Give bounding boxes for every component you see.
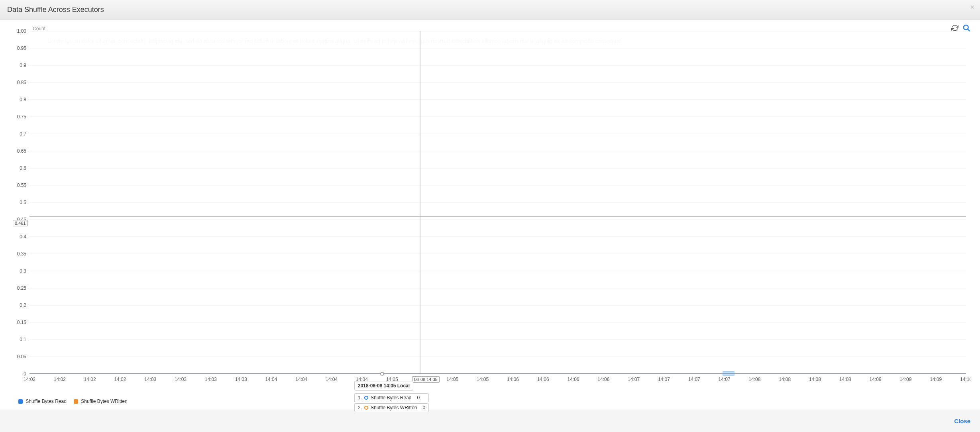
svg-text:0.1: 0.1 (20, 337, 26, 342)
close-icon[interactable]: × (970, 3, 974, 12)
svg-text:14:03: 14:03 (144, 377, 156, 382)
svg-text:0.6: 0.6 (20, 165, 26, 171)
svg-text:14:08: 14:08 (839, 377, 851, 382)
svg-text:14:05: 14:05 (446, 377, 458, 382)
modal-header: Data Shuffle Across Executors × (0, 0, 980, 20)
legend-swatch-read (18, 399, 23, 404)
svg-text:14:09: 14:09 (870, 377, 882, 382)
tooltip-row: 1.Shuffle Bytes Read0 (354, 393, 429, 402)
crosshair-y-value: 0.461 (13, 220, 28, 226)
svg-text:0.2: 0.2 (20, 302, 26, 308)
legend-item-read[interactable]: Shuffle Bytes Read (18, 399, 67, 404)
svg-text:0.25: 0.25 (17, 285, 27, 291)
modal-footer: Close (0, 410, 980, 432)
modal-title: Data Shuffle Across Executors (7, 6, 104, 14)
svg-text:14:04: 14:04 (326, 377, 338, 382)
svg-text:14:02: 14:02 (114, 377, 126, 382)
svg-text:14:03: 14:03 (205, 377, 217, 382)
tooltip-title: 2018-06-08 14:05 Local (354, 381, 413, 391)
chart-tooltip: 2018-06-08 14:05 Local 1.Shuffle Bytes R… (354, 381, 429, 412)
svg-text:0.65: 0.65 (17, 148, 27, 154)
svg-text:0.85: 0.85 (17, 80, 27, 85)
svg-text:1.00: 1.00 (17, 28, 27, 34)
svg-text:14:10: 14:10 (960, 377, 970, 382)
legend-label-written: Shuffle Bytes WRitten (81, 399, 128, 404)
svg-text:0.9: 0.9 (20, 63, 26, 68)
svg-text:0.05: 0.05 (17, 354, 27, 359)
svg-text:14:09: 14:09 (899, 377, 911, 382)
svg-text:14:08: 14:08 (779, 377, 791, 382)
svg-text:0.7: 0.7 (20, 131, 26, 137)
legend-swatch-written (74, 399, 78, 404)
svg-text:14:04: 14:04 (265, 377, 277, 382)
svg-text:0.5: 0.5 (20, 200, 26, 205)
svg-text:0.95: 0.95 (17, 45, 27, 51)
chart-legend: Shuffle Bytes Read Shuffle Bytes WRitten (10, 399, 970, 404)
chart-svg: 00.050.10.150.20.250.30.350.40.450.50.55… (10, 23, 970, 398)
svg-text:14:07: 14:07 (719, 377, 731, 382)
svg-text:14:05: 14:05 (477, 377, 489, 382)
svg-text:14:09: 14:09 (930, 377, 942, 382)
svg-text:14:08: 14:08 (809, 377, 821, 382)
svg-text:14:03: 14:03 (235, 377, 247, 382)
close-button[interactable]: Close (954, 418, 970, 424)
modal-body: Lorem ipsum dolor sit amet, consectetur … (0, 20, 980, 410)
modal-root: Data Shuffle Across Executors × Lorem ip… (0, 0, 980, 432)
svg-text:14:07: 14:07 (628, 377, 640, 382)
svg-text:14:07: 14:07 (658, 377, 670, 382)
svg-text:14:03: 14:03 (175, 377, 187, 382)
svg-text:14:06: 14:06 (597, 377, 609, 382)
legend-item-written[interactable]: Shuffle Bytes WRitten (74, 399, 128, 404)
svg-text:0.75: 0.75 (17, 114, 27, 120)
svg-text:0.3: 0.3 (20, 268, 26, 274)
svg-text:0.35: 0.35 (17, 251, 27, 257)
svg-text:14:08: 14:08 (748, 377, 760, 382)
svg-text:14:02: 14:02 (24, 377, 35, 382)
svg-text:0.15: 0.15 (17, 320, 27, 325)
svg-text:0.4: 0.4 (20, 234, 26, 240)
svg-text:0.55: 0.55 (17, 183, 27, 188)
legend-label-read: Shuffle Bytes Read (26, 399, 67, 404)
svg-text:14:02: 14:02 (54, 377, 66, 382)
tooltip-row: 2.Shuffle Bytes WRitten0 (354, 403, 429, 412)
svg-text:14:04: 14:04 (295, 377, 307, 382)
chart-area[interactable]: 00.050.10.150.20.250.30.350.40.450.50.55… (10, 23, 970, 398)
svg-text:14:02: 14:02 (84, 377, 96, 382)
svg-text:14:06: 14:06 (507, 377, 519, 382)
svg-text:14:07: 14:07 (688, 377, 700, 382)
svg-text:14:06: 14:06 (537, 377, 549, 382)
svg-text:0.8: 0.8 (20, 97, 26, 102)
y-axis-label: Count (33, 26, 46, 31)
svg-text:0: 0 (24, 371, 26, 377)
hover-point-marker (381, 372, 384, 375)
svg-text:14:06: 14:06 (568, 377, 579, 382)
